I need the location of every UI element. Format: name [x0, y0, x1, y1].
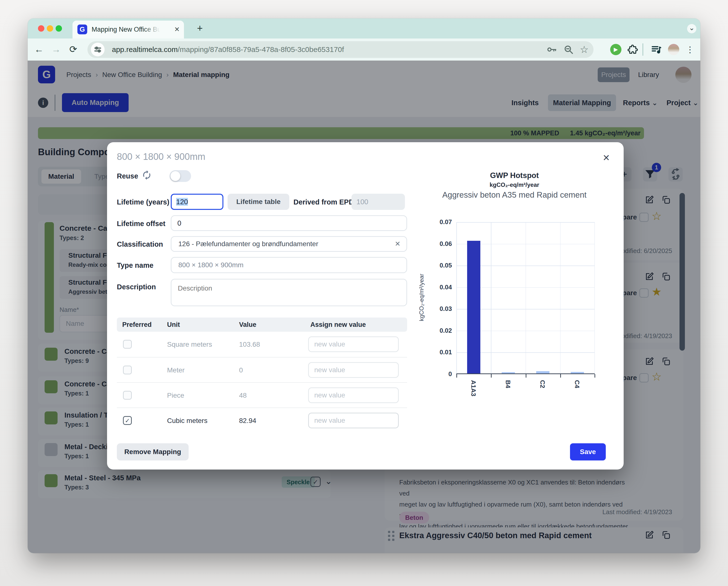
tab-strip: G Mapping New Office Building ✕ + ⌄ — [28, 18, 700, 39]
value-cell: 103.68 — [239, 332, 260, 357]
description-textarea[interactable] — [171, 279, 407, 306]
col-preferred: Preferred — [122, 318, 152, 332]
col-assign: Assign new value — [310, 318, 366, 332]
x-axis-tick — [595, 374, 595, 377]
address-bar[interactable]: app.realtimelca.com/mapping/87a0f858-79a… — [87, 41, 594, 58]
back-icon[interactable]: ← — [32, 39, 46, 60]
x-axis-tick — [456, 374, 457, 377]
chart-title: GWP Hotspot — [414, 171, 615, 180]
reuse-label: Reuse — [117, 172, 138, 180]
type-mapping-dialog: ✕ 800 × 1800 × 900mm Reuse Lifetime (yea… — [107, 142, 624, 469]
preferred-checkbox[interactable] — [123, 391, 132, 400]
lifetime-label: Lifetime (years) — [117, 198, 169, 206]
new-tab-button[interactable]: + — [193, 22, 207, 35]
preferred-checkbox[interactable] — [123, 366, 132, 374]
playlist-icon[interactable] — [651, 44, 662, 55]
col-value: Value — [239, 318, 257, 332]
table-row: Meter 0 — [117, 357, 407, 382]
gridline-v — [491, 222, 491, 374]
y-tick-label: 0.04 — [424, 284, 452, 291]
selected-text: 120 — [176, 198, 188, 206]
clear-classification-icon[interactable]: ✕ — [395, 237, 400, 251]
chart-series-label: Aggressiv beton A35 med Rapid cement — [389, 190, 639, 200]
x-axis-tick — [526, 374, 526, 377]
x-tick-label: C4 — [573, 380, 581, 388]
y-tick-label: 0 — [424, 370, 452, 378]
derived-from-epd-label: Derived from EPD — [293, 198, 354, 206]
x-axis-tick — [560, 374, 561, 377]
chart-y-axis-title: kgCO₂-eq/m²/year — [418, 274, 425, 321]
new-value-input[interactable] — [308, 387, 399, 403]
gwp-plot: 00.010.020.030.040.050.060.07A1A3B4C2C4 — [456, 222, 595, 374]
reuse-cycle-icon — [141, 170, 152, 180]
classification-value: 126 - Pælefundamenter og brøndfundamente… — [178, 237, 318, 251]
lifetime-offset-input[interactable] — [171, 215, 407, 231]
unit-cell: Cubic meters — [167, 408, 207, 433]
y-tick-label: 0.01 — [424, 348, 452, 356]
new-value-input[interactable] — [308, 336, 399, 352]
gridline-v — [526, 222, 526, 374]
close-window-button[interactable] — [38, 25, 44, 32]
type-name-label: Type name — [117, 261, 153, 269]
site-info-icon[interactable] — [91, 43, 105, 56]
lifetime-input[interactable]: 120 — [171, 194, 224, 210]
zoom-icon[interactable] — [563, 44, 574, 55]
reuse-toggle[interactable] — [170, 170, 191, 182]
dialog-title: 800 × 1800 × 900mm — [117, 151, 205, 162]
x-axis-line — [456, 373, 595, 374]
x-tick-label: C2 — [539, 380, 546, 388]
browser-profile-avatar[interactable] — [668, 44, 679, 55]
table-row: ✓ Cubic meters 82.94 — [117, 408, 407, 433]
tab-title-fade — [143, 21, 167, 39]
maximize-window-button[interactable] — [56, 25, 62, 32]
tab-search-chevron-icon[interactable]: ⌄ — [687, 24, 696, 33]
tab-close-icon[interactable]: ✕ — [170, 21, 184, 39]
table-row: Piece 48 — [117, 382, 407, 408]
unit-cell: Meter — [167, 358, 185, 383]
tab-favicon: G — [77, 25, 87, 34]
table-header: Preferred Unit Value Assign new value — [117, 318, 407, 332]
reload-icon[interactable]: ⟳ — [67, 39, 80, 60]
browser-menu-icon[interactable]: ⋮ — [685, 44, 695, 55]
remove-mapping-button[interactable]: Remove Mapping — [117, 443, 189, 461]
browser-tab[interactable]: G Mapping New Office Building ✕ — [73, 21, 184, 39]
x-tick-label: A1A3 — [470, 380, 477, 396]
chart-unit-subtitle: kgCO₂-eq/m²/year — [414, 181, 615, 188]
x-axis-tick — [491, 374, 492, 377]
media-play-icon[interactable]: ▶ — [610, 44, 621, 55]
password-key-icon[interactable] — [546, 44, 558, 55]
extensions-puzzle-icon[interactable] — [627, 44, 639, 55]
col-unit: Unit — [167, 318, 180, 332]
description-label: Description — [117, 283, 156, 291]
new-value-input[interactable] — [308, 362, 399, 378]
unit-cell: Square meters — [167, 332, 212, 357]
save-button[interactable]: Save — [570, 443, 606, 461]
browser-toolbar: ← → ⟳ app.realtimelca.com/mapping/87a0f8… — [28, 39, 700, 60]
toggle-knob — [171, 171, 180, 181]
y-tick-label: 0.07 — [424, 218, 452, 226]
y-tick-label: 0.02 — [424, 327, 452, 335]
close-icon[interactable]: ✕ — [599, 151, 613, 165]
bookmark-star-icon[interactable]: ☆ — [578, 44, 590, 55]
type-name-input[interactable]: 800 × 1800 × 900mm — [171, 257, 407, 273]
classification-select[interactable]: 126 - Pælefundamenter og brøndfundamente… — [171, 236, 407, 252]
value-cell: 82.94 — [239, 408, 256, 433]
unit-cell: Piece — [167, 383, 184, 408]
preferred-checkbox-checked[interactable]: ✓ — [123, 416, 132, 425]
url-path: /mapping/87a0f858-79a5-478a-8f05-3c0be65… — [178, 45, 344, 53]
lifetime-offset-label: Lifetime offset — [117, 220, 165, 228]
y-tick-label: 0.05 — [424, 262, 452, 269]
preferred-checkbox[interactable] — [123, 340, 132, 349]
table-row: Square meters 103.68 — [117, 332, 407, 357]
plot-border — [456, 222, 457, 374]
url-domain: app.realtimelca.com — [112, 45, 178, 53]
minimize-window-button[interactable] — [47, 25, 53, 32]
new-value-input[interactable] — [308, 413, 399, 428]
forward-icon[interactable]: → — [49, 39, 63, 60]
chart-bar — [467, 241, 480, 374]
url-text[interactable]: app.realtimelca.com/mapping/87a0f858-79a… — [112, 41, 344, 58]
lifetime-table-button[interactable]: Lifetime table — [228, 194, 289, 210]
y-tick-label: 0.03 — [424, 305, 452, 313]
gridline-v — [560, 222, 561, 374]
classification-label: Classification — [117, 240, 163, 248]
